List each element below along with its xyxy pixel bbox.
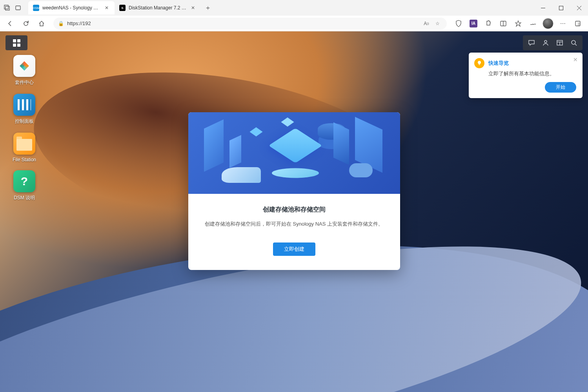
workspaces-icon[interactable] [3, 4, 11, 12]
split-screen-icon[interactable] [571, 17, 585, 30]
start-button[interactable]: 开始 [545, 82, 576, 93]
svg-rect-4 [559, 6, 563, 10]
file-station-icon[interactable]: File Station [8, 133, 41, 162]
reader-icon[interactable]: A)) [422, 19, 431, 28]
refresh-button[interactable] [19, 17, 33, 30]
extension-shield-icon[interactable] [451, 17, 466, 30]
svg-rect-2 [16, 6, 20, 10]
notification-title: 快速导览 [488, 60, 509, 67]
browser-titlebar: DSM weedenNAS - Synology NAS ✕ S DiskSta… [0, 0, 588, 16]
modal-description: 创建存储池和存储空间后，即可开始在 Synology NAS 上安装套件和存储文… [204, 220, 384, 228]
close-icon[interactable]: ✕ [573, 57, 578, 63]
new-tab-button[interactable]: ＋ [202, 2, 213, 13]
tab-favicon-icon: DSM [33, 5, 39, 11]
desktop-icons: 套件中心 控制面板 File Station DSM 说明 [8, 55, 41, 201]
lock-icon: 🔒 [58, 21, 64, 26]
svg-rect-0 [4, 5, 8, 9]
browser-toolbar: 🔒 https://192 A)) ☆ IA ⋯ [0, 16, 588, 31]
icon-label: File Station [13, 157, 36, 162]
svg-line-16 [575, 44, 577, 46]
svg-rect-1 [5, 6, 9, 10]
maximize-button[interactable] [552, 0, 570, 16]
url-text: https://192 [67, 20, 91, 26]
profile-avatar[interactable] [541, 17, 555, 30]
favorite-icon[interactable]: ☆ [433, 19, 442, 28]
folder-glyph-icon [13, 133, 35, 155]
tab-title: weedenNAS - Synology NAS [42, 5, 100, 11]
system-tray [523, 35, 583, 50]
close-button[interactable] [570, 0, 588, 16]
dsm-help-icon[interactable]: DSM 说明 [8, 170, 41, 201]
control-panel-icon[interactable]: 控制面板 [8, 94, 41, 125]
svg-point-15 [572, 40, 575, 44]
icon-label: 控制面板 [15, 118, 34, 125]
dsm-desktop: 套件中心 控制面板 File Station DSM 说明 [0, 31, 588, 392]
lightbulb-icon [474, 58, 484, 68]
help-glyph-icon [13, 170, 35, 192]
back-button[interactable] [3, 17, 17, 30]
sidebar-icon[interactable] [496, 17, 510, 30]
modal-title: 创建存储池和存储空间 [204, 206, 384, 214]
package-center-glyph-icon [13, 55, 35, 77]
modal-hero-image [188, 112, 400, 194]
widgets-icon[interactable] [553, 35, 567, 50]
svg-rect-10 [578, 22, 580, 26]
grid-icon [13, 39, 20, 47]
browser-tab[interactable]: S DiskStation Manager 7.2 | 群晖 ✕ [115, 1, 201, 15]
extensions-icon[interactable] [481, 17, 495, 30]
main-menu-button[interactable] [5, 35, 27, 50]
notification-body: 立即了解所有基本功能信息。 [488, 71, 576, 77]
search-icon[interactable] [567, 35, 581, 50]
control-panel-glyph-icon [13, 94, 35, 116]
more-icon[interactable]: ⋯ [556, 17, 570, 30]
tab-close-icon[interactable]: ✕ [104, 5, 110, 11]
extension-ia-icon[interactable]: IA [466, 17, 481, 30]
icon-label: DSM 说明 [14, 195, 35, 201]
user-icon[interactable] [539, 35, 553, 50]
browser-tab-active[interactable]: DSM weedenNAS - Synology NAS ✕ [28, 1, 115, 15]
quick-tour-notification: ✕ 快速导览 立即了解所有基本功能信息。 开始 [469, 53, 583, 98]
browser-tabs: DSM weedenNAS - Synology NAS ✕ S DiskSta… [28, 0, 213, 16]
package-center-icon[interactable]: 套件中心 [8, 55, 41, 86]
chat-icon[interactable] [524, 35, 539, 50]
icon-label: 套件中心 [15, 79, 34, 86]
performance-icon[interactable] [526, 17, 540, 30]
favorites-icon[interactable] [511, 17, 525, 30]
minimize-button[interactable] [534, 0, 552, 16]
home-button[interactable] [35, 17, 49, 30]
tab-title: DiskStation Manager 7.2 | 群晖 [129, 5, 187, 11]
svg-point-11 [544, 40, 547, 43]
tab-favicon-icon: S [119, 5, 126, 11]
tab-close-icon[interactable]: ✕ [190, 5, 196, 11]
window-controls [534, 0, 588, 16]
tab-actions-icon[interactable] [14, 4, 22, 12]
url-bar[interactable]: 🔒 https://192 A)) ☆ [53, 18, 447, 29]
storage-setup-modal: 创建存储池和存储空间 创建存储池和存储空间后，即可开始在 Synology NA… [188, 112, 400, 270]
create-now-button[interactable]: 立即创建 [273, 242, 315, 256]
